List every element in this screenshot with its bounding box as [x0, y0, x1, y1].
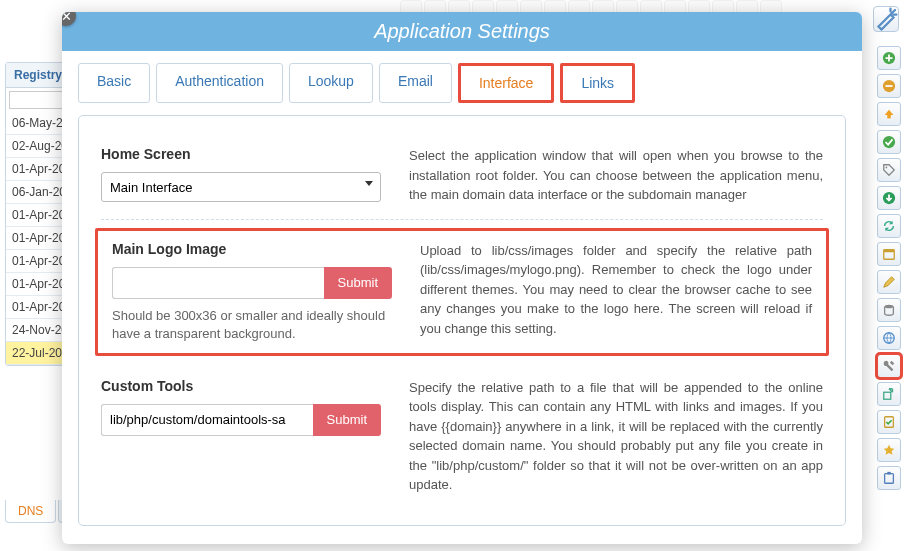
svg-point-3 — [883, 136, 895, 148]
svg-point-4 — [886, 167, 888, 169]
clipboard-icon[interactable] — [877, 466, 901, 490]
logo-submit-button[interactable]: Submit — [324, 267, 392, 299]
settings-modal: ✕ Application Settings BasicAuthenticati… — [62, 12, 862, 544]
bottom-tab-dns[interactable]: DNS — [5, 500, 56, 523]
tag-icon[interactable] — [877, 158, 901, 182]
add-icon[interactable] — [877, 46, 901, 70]
download-icon[interactable] — [877, 186, 901, 210]
tools-icon[interactable] — [877, 354, 901, 378]
star-icon[interactable] — [877, 438, 901, 462]
home-title: Home Screen — [101, 146, 381, 162]
logo-hint: Should be 300x36 or smaller and ideally … — [112, 307, 392, 343]
tab-interface[interactable]: Interface — [458, 63, 554, 103]
svg-rect-13 — [887, 472, 891, 475]
approve-icon[interactable] — [877, 410, 901, 434]
right-toolbar — [877, 46, 903, 490]
home-select[interactable]: Main Interface — [101, 172, 381, 202]
tab-basic[interactable]: Basic — [78, 63, 150, 103]
section-home: Home Screen Main Interface Select the ap… — [101, 132, 823, 220]
db-icon[interactable] — [877, 298, 901, 322]
logo-desc: Upload to lib/css/images folder and spec… — [420, 241, 812, 343]
modal-title: Application Settings — [62, 12, 862, 51]
svg-rect-12 — [885, 474, 894, 484]
svg-rect-7 — [884, 250, 895, 253]
remove-icon[interactable] — [877, 74, 901, 98]
logo-input[interactable] — [112, 267, 324, 299]
settings-panel: Home Screen Main Interface Select the ap… — [78, 115, 846, 526]
up-icon[interactable] — [877, 102, 901, 126]
home-desc: Select the application window that will … — [409, 146, 823, 205]
tab-email[interactable]: Email — [379, 63, 452, 103]
svg-rect-10 — [884, 392, 891, 399]
wand-icon[interactable] — [873, 6, 899, 32]
svg-rect-2 — [887, 114, 891, 118]
tab-authentication[interactable]: Authentication — [156, 63, 283, 103]
settings-tabs: BasicAuthenticationLookupEmailInterfaceL… — [78, 63, 846, 103]
section-logo: Main Logo Image Submit Should be 300x36 … — [95, 228, 829, 356]
export-icon[interactable] — [877, 382, 901, 406]
section-custom: Custom Tools Submit Specify the relative… — [101, 364, 823, 509]
check-icon[interactable] — [877, 130, 901, 154]
custom-submit-button[interactable]: Submit — [313, 404, 381, 436]
svg-point-8 — [885, 305, 894, 309]
logo-title: Main Logo Image — [112, 241, 392, 257]
custom-input[interactable] — [101, 404, 313, 436]
custom-desc: Specify the relative path to a file that… — [409, 378, 823, 495]
custom-title: Custom Tools — [101, 378, 381, 394]
calendar-icon[interactable] — [877, 242, 901, 266]
edit-icon[interactable] — [877, 270, 901, 294]
globe-icon[interactable] — [877, 326, 901, 350]
tab-links[interactable]: Links — [560, 63, 635, 103]
refresh-icon[interactable] — [877, 214, 901, 238]
tab-lookup[interactable]: Lookup — [289, 63, 373, 103]
